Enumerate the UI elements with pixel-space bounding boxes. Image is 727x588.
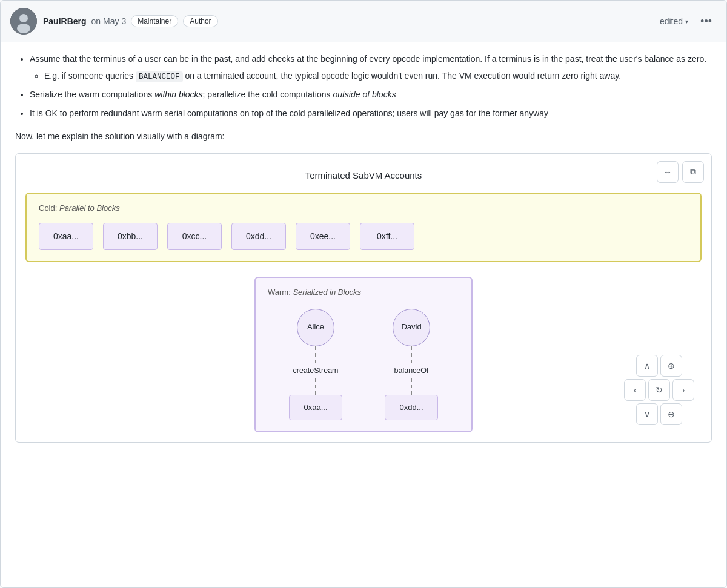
hex-box-ee: 0xee... [296, 223, 350, 249]
zoom-in-icon: ⊕ [668, 361, 675, 371]
comment-date: on May 3 [91, 16, 127, 26]
alice-node: Alice [297, 309, 334, 346]
cold-label: Cold: Parallel to Blocks [39, 202, 688, 215]
david-node: David [393, 309, 430, 346]
david-action-label: balanceOf [394, 365, 429, 377]
bullet-list: Assume that the terminus of a user can b… [15, 52, 712, 120]
header-actions: edited ▾ ••• [657, 13, 717, 30]
zoom-out-icon: ⊖ [668, 409, 675, 419]
bullet3-text: It is OK to perform redundant warm seria… [30, 108, 548, 118]
cold-boxes: 0xaa... 0xbb... 0xcc... 0xdd... 0xee... … [39, 223, 688, 249]
copy-icon: ⧉ [690, 167, 696, 177]
author-badge: Author [183, 15, 217, 27]
bullet2-em2: outside of blocks [333, 90, 396, 99]
bullet1-text: Assume that the terminus of a user can b… [30, 54, 706, 64]
comment-header: PaulRBerg on May 3 Maintainer Author edi… [1, 1, 726, 42]
copy-button[interactable]: ⧉ [682, 161, 704, 183]
hex-box-dd: 0xdd... [231, 223, 286, 249]
diagram-intro: Now, let me explain the solution visuall… [15, 130, 712, 143]
edited-button[interactable]: edited ▾ [657, 14, 691, 28]
david-column: David balanceOf 0xdd... [385, 309, 438, 421]
cold-section: Cold: Parallel to Blocks 0xaa... 0xbb...… [25, 193, 702, 262]
down-icon: ∨ [644, 409, 650, 419]
nav-right-button[interactable]: › [672, 379, 694, 401]
hex-box-ff: 0xff... [360, 223, 414, 249]
alice-rect-node: 0xaa... [289, 395, 342, 421]
warm-label: Warm: Serialized in Blocks [268, 286, 459, 299]
right-icon: › [682, 385, 685, 395]
subbullet1-start: E.g. if someone queries [44, 71, 136, 81]
up-icon: ∧ [644, 361, 650, 371]
bullet2-mid: ; parallelize the cold computations [203, 90, 333, 99]
more-icon: ••• [700, 15, 712, 27]
header-meta: PaulRBerg on May 3 Maintainer Author [43, 15, 651, 27]
list-item: It is OK to perform redundant warm seria… [30, 107, 712, 120]
bullet2-start: Serialize the warm computations [30, 90, 154, 99]
diagram-container: ↔ ⧉ Terminated SabVM Accounts Cold: Para… [15, 153, 712, 443]
warm-and-nav: Warm: Serialized in Blocks Alice createS… [25, 277, 702, 433]
avatar [10, 8, 37, 35]
username: PaulRBerg [43, 16, 87, 26]
alice-dashed-line2 [315, 378, 316, 395]
comment-body: Assume that the terminus of a user can b… [1, 42, 726, 467]
warm-section: Warm: Serialized in Blocks Alice createS… [254, 277, 473, 433]
bullet2-em1: within blocks [154, 90, 202, 99]
svg-point-2 [17, 24, 30, 33]
hex-box-aa: 0xaa... [39, 223, 93, 249]
chevron-down-icon: ▾ [685, 18, 688, 25]
hex-box-bb: 0xbb... [103, 223, 158, 249]
warm-diagram: Alice createStream 0xaa... David [268, 309, 459, 421]
diagram-toolbar: ↔ ⧉ [657, 161, 704, 183]
svg-point-1 [19, 14, 28, 22]
alice-action-label: createStream [293, 365, 338, 377]
subbullet1-end: on a terminated account, the typical opc… [183, 71, 622, 81]
comment-container: PaulRBerg on May 3 Maintainer Author edi… [0, 0, 727, 588]
david-rect-node: 0xdd... [385, 395, 438, 421]
expand-icon: ↔ [663, 167, 672, 177]
alice-dashed-line [315, 346, 316, 363]
nav-row-top: ∧ ⊕ [624, 355, 694, 377]
diagram-title: Terminated SabVM Accounts [25, 168, 702, 183]
nav-up-button[interactable]: ∧ [636, 355, 658, 377]
nav-down-button[interactable]: ∨ [636, 403, 658, 425]
refresh-button[interactable]: ↻ [648, 379, 670, 401]
nav-controls: ∧ ⊕ ‹ ↻ › [624, 355, 694, 425]
alice-column: Alice createStream 0xaa... [289, 309, 342, 421]
list-item: Assume that the terminus of a user can b… [30, 52, 712, 83]
code-balanceof: BALANCEOF [136, 71, 183, 82]
sub-list-item: E.g. if someone queries BALANCEOF on a t… [44, 69, 712, 83]
nav-row-middle: ‹ ↻ › [624, 379, 694, 401]
david-dashed-line [411, 346, 412, 363]
nav-left-button[interactable]: ‹ [624, 379, 646, 401]
hex-box-cc: 0xcc... [167, 223, 222, 249]
more-options-button[interactable]: ••• [695, 13, 717, 30]
sub-bullet-list: E.g. if someone queries BALANCEOF on a t… [30, 69, 712, 83]
zoom-in-button[interactable]: ⊕ [660, 355, 682, 377]
edited-label: edited [660, 16, 683, 26]
nav-row-bottom: ∨ ⊖ [624, 403, 694, 425]
left-icon: ‹ [634, 385, 637, 395]
bottom-divider [10, 467, 717, 467]
expand-button[interactable]: ↔ [657, 161, 679, 183]
list-item: Serialize the warm computations within b… [30, 88, 712, 101]
refresh-icon: ↻ [656, 385, 663, 395]
zoom-out-button[interactable]: ⊖ [660, 403, 682, 425]
maintainer-badge: Maintainer [131, 15, 178, 27]
david-dashed-line2 [411, 378, 412, 395]
